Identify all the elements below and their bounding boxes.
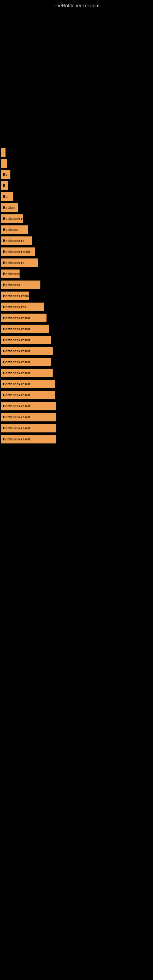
- result-row-12: Bottleneck res: [0, 268, 153, 279]
- result-bar-10: Bottleneck result: [1, 247, 35, 256]
- result-bar-24: Bottleneck result: [1, 402, 56, 410]
- result-bar-13: Bottleneck: [1, 280, 40, 289]
- result-bar-5: Bo: [1, 192, 13, 201]
- result-bar-7: Bottleneck r: [1, 215, 22, 223]
- chart-area: [0, 10, 153, 151]
- result-row-13: Bottleneck: [0, 279, 153, 290]
- result-bar-15: Bottleneck res: [1, 302, 44, 311]
- result-row-16: Bottleneck result: [0, 312, 153, 323]
- result-bar-26: Bottleneck result: [1, 424, 56, 433]
- result-row-18: Bottleneck result: [0, 334, 153, 345]
- result-bar-18: Bottleneck result: [1, 336, 51, 344]
- result-bar-11: Bottleneck re: [1, 258, 38, 267]
- result-row-24: Bottleneck result: [0, 401, 153, 412]
- result-row-21: Bottleneck result: [0, 368, 153, 379]
- result-row-20: Bottleneck result: [0, 356, 153, 368]
- result-bar-6: Bottlen: [1, 204, 18, 212]
- result-row-4: B: [0, 180, 153, 191]
- result-row-19: Bottleneck result: [0, 345, 153, 356]
- result-bar-21: Bottleneck result: [1, 369, 53, 377]
- result-bar-27: Bottleneck result: [1, 435, 56, 444]
- result-row-10: Bottleneck result: [0, 246, 153, 257]
- result-row-23: Bottleneck result: [0, 390, 153, 401]
- result-bar-20: Bottleneck result: [1, 358, 51, 366]
- result-row-1: [0, 147, 153, 158]
- result-row-2: [0, 158, 153, 169]
- result-bar-12: Bottleneck res: [1, 269, 19, 278]
- result-bar-22: Bottleneck result: [1, 380, 55, 388]
- result-row-6: Bottlen: [0, 202, 153, 213]
- result-bar-1: [1, 148, 5, 157]
- result-row-11: Bottleneck re: [0, 257, 153, 268]
- result-row-25: Bottleneck result: [0, 412, 153, 423]
- result-bar-8: Bottlenec: [1, 225, 28, 234]
- results-container: BoBBoBottlenBottleneck rBottlenecBottlen…: [0, 147, 153, 445]
- result-row-5: Bo: [0, 191, 153, 202]
- site-title-bar: TheBottlenecker.com: [0, 0, 153, 10]
- result-bar-9: Bottleneck re: [1, 236, 32, 245]
- result-row-27: Bottleneck result: [0, 434, 153, 445]
- result-bar-14: Bottleneck result: [1, 291, 29, 300]
- result-row-3: Bo: [0, 169, 153, 180]
- result-bar-2: [1, 159, 7, 168]
- result-row-17: Bottleneck result: [0, 323, 153, 334]
- result-bar-25: Bottleneck result: [1, 413, 56, 422]
- result-row-15: Bottleneck res: [0, 301, 153, 312]
- result-bar-17: Bottleneck result: [1, 325, 49, 333]
- result-bar-23: Bottleneck result: [1, 391, 55, 399]
- result-row-22: Bottleneck result: [0, 379, 153, 390]
- result-row-8: Bottlenec: [0, 224, 153, 235]
- result-bar-19: Bottleneck result: [1, 347, 53, 355]
- result-row-7: Bottleneck r: [0, 213, 153, 224]
- result-bar-16: Bottleneck result: [1, 313, 46, 322]
- site-title: TheBottlenecker.com: [0, 0, 153, 10]
- result-bar-4: B: [1, 181, 8, 190]
- result-row-14: Bottleneck result: [0, 290, 153, 301]
- result-row-9: Bottleneck re: [0, 235, 153, 246]
- result-bar-3: Bo: [1, 170, 10, 179]
- result-row-26: Bottleneck result: [0, 423, 153, 434]
